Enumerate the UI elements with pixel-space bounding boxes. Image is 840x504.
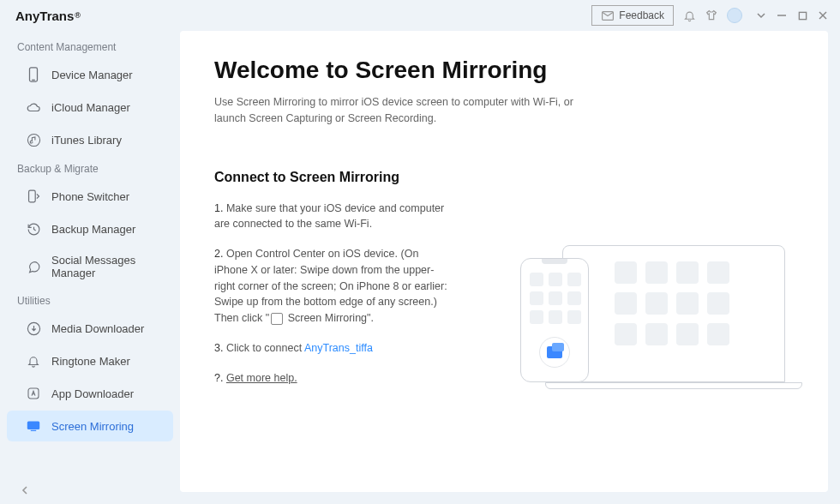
download-icon: [26, 321, 41, 336]
phone-graphic: [520, 258, 589, 382]
section-utilities: Utilities: [0, 288, 180, 312]
svg-rect-2: [799, 12, 806, 19]
step-3: 3. Click to connect AnyTrans_tiffa: [214, 340, 454, 357]
connect-device-link[interactable]: AnyTrans_tiffa: [304, 342, 373, 354]
titlebar: AnyTrans® Feedback: [0, 0, 840, 31]
step-text: Screen Mirroring".: [285, 312, 374, 324]
sidebar-item-itunes-library[interactable]: iTunes Library: [7, 124, 173, 155]
feedback-button[interactable]: Feedback: [591, 5, 674, 26]
sidebar-item-label: Media Downloader: [51, 322, 144, 335]
registered-mark: ®: [75, 11, 81, 20]
section-backup-migrate: Backup & Migrate: [0, 156, 180, 180]
mirror-icon: [26, 418, 41, 434]
svg-rect-8: [28, 190, 35, 202]
step-text: Click to connect: [226, 342, 304, 354]
sidebar-item-media-downloader[interactable]: Media Downloader: [7, 313, 173, 344]
bell-icon[interactable]: [682, 9, 696, 22]
sidebar-item-device-manager[interactable]: Device Manager: [7, 59, 173, 90]
steps-list: 1. Make sure that your iOS device and co…: [214, 201, 454, 387]
collapse-sidebar-button[interactable]: [0, 477, 180, 504]
section-heading: Connect to Screen Mirroring: [214, 170, 794, 185]
step-2: 2. Open Control Center on iOS device. (O…: [214, 246, 454, 327]
section-content-management: Content Management: [0, 34, 180, 58]
svg-rect-5: [30, 68, 38, 81]
bell-outline-icon: [26, 353, 41, 369]
app-name: AnyTrans: [15, 9, 74, 23]
minimize-icon[interactable]: [775, 9, 789, 22]
svg-point-7: [27, 134, 39, 146]
titlebar-right: Feedback: [591, 5, 830, 26]
sidebar-item-backup-manager[interactable]: Backup Manager: [7, 213, 173, 244]
step-number: 1.: [214, 202, 223, 214]
page-title: Welcome to Screen Mirroring: [214, 57, 794, 84]
phone-app-grid: [521, 264, 588, 333]
shirt-icon[interactable]: [705, 9, 718, 22]
sidebar-item-ringtone-maker[interactable]: Ringtone Maker: [7, 345, 173, 376]
sidebar-item-label: Backup Manager: [51, 223, 135, 236]
step-help: ?. Get more help.: [214, 370, 454, 387]
history-icon: [26, 221, 41, 237]
sidebar-item-phone-switcher[interactable]: Phone Switcher: [7, 181, 173, 212]
laptop-graphic: [562, 245, 785, 382]
sidebar-item-screen-mirroring[interactable]: Screen Mirroring: [7, 411, 173, 441]
music-note-icon: [26, 132, 41, 147]
illustration: [562, 245, 802, 389]
sidebar-item-social-messages[interactable]: Social Messages Manager: [7, 246, 173, 287]
close-icon[interactable]: [816, 9, 830, 22]
switch-icon: [26, 189, 41, 204]
sidebar-item-label: Device Manager: [51, 69, 133, 81]
body: Content Management Device Manager iCloud…: [0, 31, 840, 504]
cloud-icon: [26, 99, 41, 115]
sidebar: Content Management Device Manager iCloud…: [0, 31, 180, 504]
screen-mirroring-inline-icon: [271, 313, 283, 325]
step-text: Make sure that your iOS device and compu…: [214, 202, 444, 231]
sidebar-item-label: Screen Mirroring: [51, 420, 134, 433]
get-help-link[interactable]: Get more help.: [226, 372, 297, 384]
window-controls: [754, 9, 830, 22]
chat-icon: [26, 259, 41, 274]
chevron-down-icon[interactable]: [754, 9, 768, 22]
app-title: AnyTrans®: [15, 9, 81, 23]
avatar[interactable]: [727, 8, 742, 23]
svg-rect-12: [31, 430, 36, 431]
sidebar-item-app-downloader[interactable]: App Downloader: [7, 378, 173, 409]
mail-icon: [601, 9, 615, 22]
sidebar-item-label: Phone Switcher: [51, 190, 129, 203]
sidebar-item-label: iCloud Manager: [51, 101, 130, 114]
step-1: 1. Make sure that your iOS device and co…: [214, 201, 454, 233]
maximize-icon[interactable]: [795, 9, 809, 22]
step-number: 2.: [214, 248, 223, 260]
step-number: 3.: [214, 342, 223, 354]
sidebar-item-icloud-manager[interactable]: iCloud Manager: [7, 92, 173, 123]
app-icon: [26, 386, 41, 401]
phone-badge-icon: [539, 337, 570, 368]
feedback-label: Feedback: [619, 9, 664, 21]
phone-icon: [26, 67, 41, 82]
sidebar-item-label: Social Messages Manager: [51, 254, 161, 279]
svg-rect-10: [28, 388, 39, 399]
sidebar-item-label: iTunes Library: [51, 134, 122, 147]
step-number: ?.: [214, 372, 223, 384]
laptop-base: [545, 382, 802, 389]
sidebar-item-label: Ringtone Maker: [51, 355, 130, 368]
svg-rect-11: [27, 421, 39, 429]
laptop-app-grid: [615, 261, 729, 345]
sidebar-item-label: App Downloader: [51, 387, 134, 400]
main-content: Welcome to Screen Mirroring Use Screen M…: [180, 31, 828, 492]
page-subtitle: Use Screen Mirroring to mirror iOS devic…: [214, 94, 574, 127]
